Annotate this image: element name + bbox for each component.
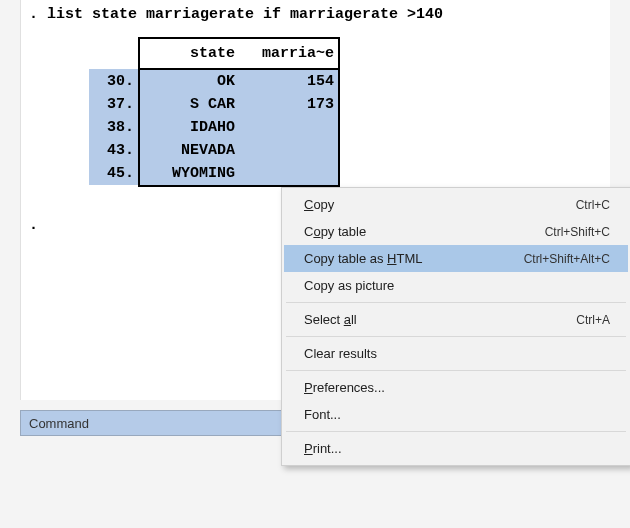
table-row[interactable]: 43. NEVADA xyxy=(89,139,339,162)
cell-value xyxy=(239,116,339,139)
menu-copy[interactable]: Copy Ctrl+C xyxy=(284,191,628,218)
table-row[interactable]: 38. IDAHO xyxy=(89,116,339,139)
row-index: 30. xyxy=(89,69,139,93)
menu-select-all[interactable]: Select all Ctrl+A xyxy=(284,306,628,333)
menu-separator xyxy=(286,336,626,337)
menu-shortcut: Ctrl+Shift+Alt+C xyxy=(524,252,610,266)
menu-shortcut: Ctrl+C xyxy=(576,198,610,212)
context-menu: Copy Ctrl+C Copy table Ctrl+Shift+C Copy… xyxy=(281,187,630,466)
menu-separator xyxy=(286,370,626,371)
menu-preferences[interactable]: Preferences... xyxy=(284,374,628,401)
menu-copy-as-picture[interactable]: Copy as picture xyxy=(284,272,628,299)
menu-copy-table[interactable]: Copy table Ctrl+Shift+C xyxy=(284,218,628,245)
row-index: 43. xyxy=(89,139,139,162)
row-index: 37. xyxy=(89,93,139,116)
menu-separator xyxy=(286,302,626,303)
output-table: state marria~e 30. OK 154 37. S CAR 173 … xyxy=(89,37,602,187)
table-row[interactable]: 30. OK 154 xyxy=(89,69,339,93)
col-header-index xyxy=(89,38,139,68)
cell-state: S CAR xyxy=(139,93,239,116)
cell-value: 154 xyxy=(239,69,339,93)
cell-state: NEVADA xyxy=(139,139,239,162)
row-index: 38. xyxy=(89,116,139,139)
col-header-state: state xyxy=(139,38,239,68)
cell-value: 173 xyxy=(239,93,339,116)
menu-separator xyxy=(286,431,626,432)
cell-value xyxy=(239,139,339,162)
menu-clear-results[interactable]: Clear results xyxy=(284,340,628,367)
table-row[interactable]: 45. WYOMING xyxy=(89,162,339,185)
menu-print[interactable]: Print... xyxy=(284,435,628,462)
cell-value xyxy=(239,162,339,185)
row-index: 45. xyxy=(89,162,139,185)
menu-shortcut: Ctrl+A xyxy=(576,313,610,327)
cell-state: IDAHO xyxy=(139,116,239,139)
menu-shortcut: Ctrl+Shift+C xyxy=(545,225,610,239)
table-row[interactable]: 37. S CAR 173 xyxy=(89,93,339,116)
col-header-marriagerate: marria~e xyxy=(239,38,339,68)
menu-copy-table-html[interactable]: Copy table as HTML Ctrl+Shift+Alt+C xyxy=(284,245,628,272)
cell-state: OK xyxy=(139,69,239,93)
command-bar-label: Command xyxy=(29,416,89,431)
menu-font[interactable]: Font... xyxy=(284,401,628,428)
command-echo: . list state marriagerate if marriagerat… xyxy=(29,6,602,23)
cell-state: WYOMING xyxy=(139,162,239,185)
